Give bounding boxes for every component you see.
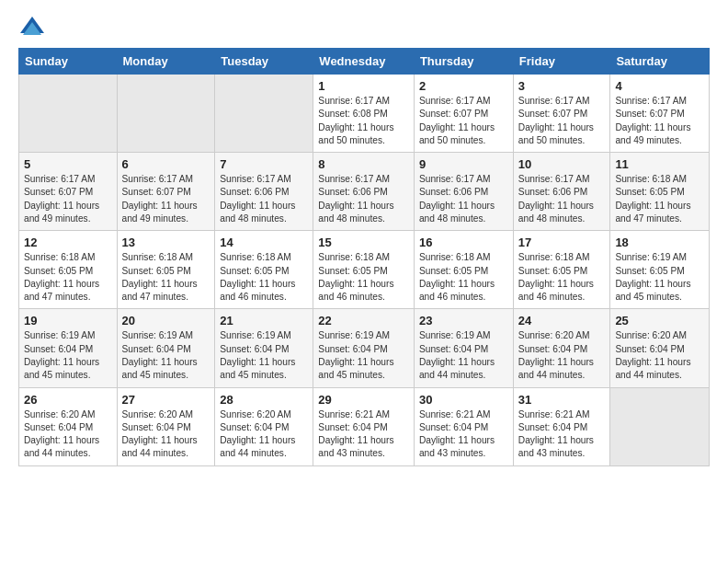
day-info: Sunrise: 6:17 AMSunset: 6:07 PMDaylight:… xyxy=(615,95,704,147)
calendar-cell: 24Sunrise: 6:20 AMSunset: 6:04 PMDayligh… xyxy=(513,309,610,387)
calendar-cell: 2Sunrise: 6:17 AMSunset: 6:07 PMDaylight… xyxy=(414,75,513,153)
calendar-cell: 13Sunrise: 6:18 AMSunset: 6:05 PMDayligh… xyxy=(117,231,215,309)
day-number: 17 xyxy=(518,236,606,249)
day-number: 25 xyxy=(615,314,704,327)
day-number: 23 xyxy=(419,314,508,327)
day-number: 27 xyxy=(122,393,210,407)
day-info: Sunrise: 6:18 AMSunset: 6:05 PMDaylight:… xyxy=(419,251,508,304)
calendar-cell: 18Sunrise: 6:19 AMSunset: 6:05 PMDayligh… xyxy=(610,231,710,309)
day-number: 15 xyxy=(318,236,409,249)
day-number: 2 xyxy=(419,79,508,93)
calendar-cell: 12Sunrise: 6:18 AMSunset: 6:05 PMDayligh… xyxy=(19,231,118,309)
calendar-cell: 21Sunrise: 6:19 AMSunset: 6:04 PMDayligh… xyxy=(215,309,313,387)
day-number: 18 xyxy=(615,236,704,249)
day-info: Sunrise: 6:20 AMSunset: 6:04 PMDaylight:… xyxy=(122,408,210,461)
day-info: Sunrise: 6:21 AMSunset: 6:04 PMDaylight:… xyxy=(518,408,606,461)
calendar-week-2: 5Sunrise: 6:17 AMSunset: 6:07 PMDaylight… xyxy=(19,153,710,231)
day-info: Sunrise: 6:18 AMSunset: 6:05 PMDaylight:… xyxy=(615,173,704,225)
day-number: 29 xyxy=(318,393,409,407)
day-number: 1 xyxy=(318,79,409,93)
day-info: Sunrise: 6:18 AMSunset: 6:05 PMDaylight:… xyxy=(318,251,409,304)
calendar-cell: 23Sunrise: 6:19 AMSunset: 6:04 PMDayligh… xyxy=(414,309,513,387)
day-number: 24 xyxy=(518,314,606,327)
day-number: 14 xyxy=(220,236,308,249)
calendar-cell: 5Sunrise: 6:17 AMSunset: 6:07 PMDaylight… xyxy=(19,153,118,231)
calendar-cell: 8Sunrise: 6:17 AMSunset: 6:06 PMDaylight… xyxy=(313,153,415,231)
day-info: Sunrise: 6:18 AMSunset: 6:05 PMDaylight:… xyxy=(220,251,308,304)
day-info: Sunrise: 6:19 AMSunset: 6:04 PMDaylight:… xyxy=(220,329,308,382)
calendar-cell: 11Sunrise: 6:18 AMSunset: 6:05 PMDayligh… xyxy=(610,153,710,231)
header-cell-wednesday: Wednesday xyxy=(313,49,415,75)
day-info: Sunrise: 6:19 AMSunset: 6:04 PMDaylight:… xyxy=(122,329,210,382)
day-number: 22 xyxy=(318,314,409,327)
day-info: Sunrise: 6:17 AMSunset: 6:06 PMDaylight:… xyxy=(419,173,508,225)
day-number: 7 xyxy=(220,157,308,171)
page-header xyxy=(18,15,710,42)
calendar-week-4: 19Sunrise: 6:19 AMSunset: 6:04 PMDayligh… xyxy=(19,309,710,387)
day-number: 8 xyxy=(318,157,409,171)
day-number: 3 xyxy=(518,79,606,93)
calendar-cell: 29Sunrise: 6:21 AMSunset: 6:04 PMDayligh… xyxy=(313,387,415,465)
day-number: 19 xyxy=(24,314,112,327)
day-info: Sunrise: 6:17 AMSunset: 6:07 PMDaylight:… xyxy=(518,95,606,147)
day-info: Sunrise: 6:18 AMSunset: 6:05 PMDaylight:… xyxy=(122,251,210,304)
day-info: Sunrise: 6:19 AMSunset: 6:04 PMDaylight:… xyxy=(318,329,409,382)
day-number: 30 xyxy=(419,393,508,407)
calendar-table: SundayMondayTuesdayWednesdayThursdayFrid… xyxy=(18,48,710,466)
calendar-cell: 3Sunrise: 6:17 AMSunset: 6:07 PMDaylight… xyxy=(513,75,610,153)
day-info: Sunrise: 6:17 AMSunset: 6:06 PMDaylight:… xyxy=(220,173,308,225)
calendar-cell: 31Sunrise: 6:21 AMSunset: 6:04 PMDayligh… xyxy=(513,387,610,465)
calendar-cell xyxy=(215,75,313,153)
day-info: Sunrise: 6:17 AMSunset: 6:06 PMDaylight:… xyxy=(318,173,409,225)
calendar-cell: 1Sunrise: 6:17 AMSunset: 6:08 PMDaylight… xyxy=(313,75,415,153)
day-number: 26 xyxy=(24,393,112,407)
day-number: 16 xyxy=(419,236,508,249)
day-info: Sunrise: 6:20 AMSunset: 6:04 PMDaylight:… xyxy=(220,408,308,461)
calendar-cell: 27Sunrise: 6:20 AMSunset: 6:04 PMDayligh… xyxy=(117,387,215,465)
day-info: Sunrise: 6:20 AMSunset: 6:04 PMDaylight:… xyxy=(518,329,606,382)
calendar-cell: 20Sunrise: 6:19 AMSunset: 6:04 PMDayligh… xyxy=(117,309,215,387)
calendar-week-5: 26Sunrise: 6:20 AMSunset: 6:04 PMDayligh… xyxy=(19,387,710,465)
calendar-cell xyxy=(610,387,710,465)
logo xyxy=(18,15,50,42)
day-info: Sunrise: 6:17 AMSunset: 6:07 PMDaylight:… xyxy=(419,95,508,147)
calendar-cell: 19Sunrise: 6:19 AMSunset: 6:04 PMDayligh… xyxy=(19,309,118,387)
day-number: 13 xyxy=(122,236,210,249)
header-cell-saturday: Saturday xyxy=(610,49,710,75)
calendar-cell: 30Sunrise: 6:21 AMSunset: 6:04 PMDayligh… xyxy=(414,387,513,465)
header-row: SundayMondayTuesdayWednesdayThursdayFrid… xyxy=(19,49,710,75)
calendar-header: SundayMondayTuesdayWednesdayThursdayFrid… xyxy=(19,49,710,75)
calendar-cell: 7Sunrise: 6:17 AMSunset: 6:06 PMDaylight… xyxy=(215,153,313,231)
calendar-cell: 9Sunrise: 6:17 AMSunset: 6:06 PMDaylight… xyxy=(414,153,513,231)
calendar-cell: 25Sunrise: 6:20 AMSunset: 6:04 PMDayligh… xyxy=(610,309,710,387)
calendar-cell: 6Sunrise: 6:17 AMSunset: 6:07 PMDaylight… xyxy=(117,153,215,231)
day-info: Sunrise: 6:18 AMSunset: 6:05 PMDaylight:… xyxy=(24,251,112,304)
header-cell-monday: Monday xyxy=(117,49,215,75)
header-cell-tuesday: Tuesday xyxy=(215,49,313,75)
day-number: 21 xyxy=(220,314,308,327)
calendar-cell: 26Sunrise: 6:20 AMSunset: 6:04 PMDayligh… xyxy=(19,387,118,465)
day-number: 6 xyxy=(122,157,210,171)
day-number: 11 xyxy=(615,157,704,171)
calendar-cell: 4Sunrise: 6:17 AMSunset: 6:07 PMDaylight… xyxy=(610,75,710,153)
day-info: Sunrise: 6:21 AMSunset: 6:04 PMDaylight:… xyxy=(318,408,409,461)
day-number: 20 xyxy=(122,314,210,327)
day-info: Sunrise: 6:19 AMSunset: 6:05 PMDaylight:… xyxy=(615,251,704,304)
day-info: Sunrise: 6:18 AMSunset: 6:05 PMDaylight:… xyxy=(518,251,606,304)
logo-icon xyxy=(18,15,46,42)
day-number: 5 xyxy=(24,157,112,171)
day-number: 31 xyxy=(518,393,606,407)
header-cell-thursday: Thursday xyxy=(414,49,513,75)
day-number: 10 xyxy=(518,157,606,171)
day-info: Sunrise: 6:17 AMSunset: 6:07 PMDaylight:… xyxy=(122,173,210,225)
day-info: Sunrise: 6:17 AMSunset: 6:08 PMDaylight:… xyxy=(318,95,409,147)
calendar-week-3: 12Sunrise: 6:18 AMSunset: 6:05 PMDayligh… xyxy=(19,231,710,309)
calendar-cell: 28Sunrise: 6:20 AMSunset: 6:04 PMDayligh… xyxy=(215,387,313,465)
day-number: 28 xyxy=(220,393,308,407)
calendar-cell: 22Sunrise: 6:19 AMSunset: 6:04 PMDayligh… xyxy=(313,309,415,387)
calendar-cell: 10Sunrise: 6:17 AMSunset: 6:06 PMDayligh… xyxy=(513,153,610,231)
header-cell-friday: Friday xyxy=(513,49,610,75)
day-info: Sunrise: 6:17 AMSunset: 6:07 PMDaylight:… xyxy=(24,173,112,225)
day-number: 9 xyxy=(419,157,508,171)
header-cell-sunday: Sunday xyxy=(19,49,118,75)
